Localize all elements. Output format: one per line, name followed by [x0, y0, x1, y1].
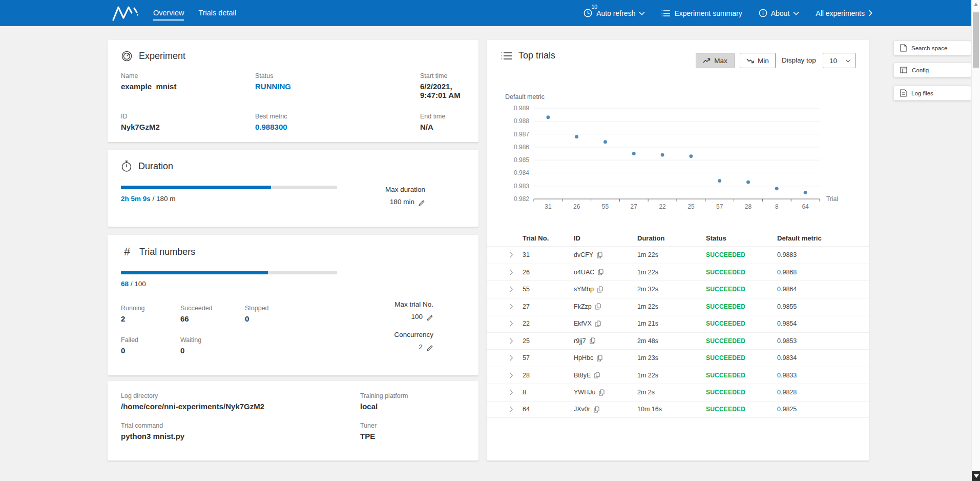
cell-status: SUCCEEDED — [706, 251, 777, 258]
cell-default-metric: 0.9853 — [777, 337, 869, 345]
cell-trial-no: 8 — [523, 389, 574, 396]
trending-down-icon — [746, 58, 754, 64]
copy-id-icon[interactable] — [597, 252, 602, 258]
expand-row-chevron[interactable] — [509, 320, 523, 327]
column-header[interactable]: Trial No. — [523, 234, 574, 242]
top-nav: Overview Trials detail 10 Auto refresh — [0, 0, 980, 26]
cell-duration: 10m 16s — [637, 406, 706, 413]
column-header[interactable]: Status — [706, 234, 777, 242]
default-metric-chart[interactable]: Default metric0.9890.9880.9870.9860.9850… — [487, 89, 869, 227]
cell-status: SUCCEEDED — [706, 269, 777, 276]
expand-row-chevron[interactable] — [509, 389, 523, 395]
all-experiments-link[interactable]: All experiments — [816, 9, 872, 17]
copy-id-icon[interactable] — [595, 303, 601, 310]
cell-trial-no: 57 — [523, 354, 574, 362]
max-button[interactable]: Max — [696, 53, 735, 68]
cell-trial-no: 22 — [523, 320, 574, 327]
expand-row-chevron[interactable] — [509, 355, 523, 361]
trials-progress-fill — [121, 271, 268, 274]
copy-id-icon[interactable] — [594, 372, 600, 378]
expand-row-chevron[interactable] — [509, 372, 523, 378]
scatter-point[interactable] — [603, 140, 607, 144]
experiment-card: Experiment Nameexample_mnist StatusRUNNI… — [108, 40, 478, 142]
scrollbar-thumb[interactable] — [973, 12, 979, 68]
cell-id: dvCFY — [574, 251, 637, 258]
copy-id-icon[interactable] — [597, 286, 603, 293]
cell-default-metric: 0.9825 — [777, 406, 869, 413]
scatter-point[interactable] — [775, 187, 779, 190]
search-space-button[interactable]: Search space — [893, 41, 971, 55]
expand-row-chevron[interactable] — [509, 338, 523, 344]
trial-stats: Running2 Succeeded66 Stopped0 Failed0 Wa… — [121, 305, 322, 355]
about-menu[interactable]: About — [759, 9, 800, 17]
scatter-point[interactable] — [718, 179, 721, 183]
scatter-point[interactable] — [632, 152, 636, 155]
svg-text:57: 57 — [716, 203, 723, 210]
experiment-summary-button[interactable]: Experiment summary — [661, 9, 742, 17]
table-row: 25r9jj72m 48sSUCCEEDED0.9853 — [487, 332, 869, 350]
nni-logo — [111, 4, 140, 23]
column-header[interactable]: ID — [574, 234, 637, 242]
concurrency-label: Concurrency — [394, 331, 433, 338]
svg-text:22: 22 — [659, 203, 666, 210]
about-label: About — [771, 9, 790, 17]
scatter-point[interactable] — [746, 181, 750, 184]
config-icon — [900, 67, 907, 73]
auto-refresh-menu[interactable]: 10 Auto refresh — [583, 8, 645, 18]
max-trial-no-value: 100 — [411, 313, 423, 320]
chart-ylabel: Default metric — [505, 93, 545, 101]
tab-overview[interactable]: Overview — [153, 7, 184, 19]
scatter-point[interactable] — [575, 135, 578, 138]
scrollbar-down-arrow[interactable] — [972, 471, 980, 481]
list-icon — [661, 10, 671, 17]
svg-text:0.989: 0.989 — [514, 105, 529, 112]
expand-row-chevron[interactable] — [509, 286, 523, 292]
experiment-info-card: Log directory/home/core/nni-experiments/… — [108, 381, 478, 460]
copy-id-icon[interactable] — [594, 406, 599, 413]
cell-id: JXv0r — [574, 406, 637, 413]
table-row: 26o4UAC1m 22sSUCCEEDED0.9868 — [487, 264, 869, 281]
trials-progress: 68 / 100 — [121, 271, 337, 288]
copy-id-icon[interactable] — [595, 320, 601, 327]
scatter-point[interactable] — [661, 153, 664, 157]
expand-row-chevron[interactable] — [509, 269, 523, 275]
scatter-point[interactable] — [804, 191, 807, 194]
copy-id-icon[interactable] — [599, 389, 604, 396]
cell-default-metric: 0.9854 — [777, 320, 869, 327]
field-id: IDNyk7GzM2 — [121, 113, 255, 131]
edit-max-trial-no-icon[interactable] — [426, 313, 433, 320]
tab-trials-detail[interactable]: Trials detail — [198, 7, 236, 19]
min-button[interactable]: Min — [740, 53, 776, 68]
column-header[interactable]: Duration — [637, 234, 706, 242]
edit-concurrency-icon[interactable] — [426, 344, 433, 351]
copy-id-icon[interactable] — [590, 337, 595, 344]
cell-status: SUCCEEDED — [706, 320, 777, 327]
scrollbar-up-arrow[interactable] — [974, 3, 978, 6]
search-space-icon — [900, 44, 907, 52]
cell-trial-no: 27 — [523, 303, 574, 310]
scatter-point[interactable] — [547, 115, 550, 119]
display-top-dropdown[interactable]: 10 — [823, 53, 856, 68]
field-status: StatusRUNNING — [255, 72, 420, 99]
expand-row-chevron[interactable] — [509, 304, 523, 310]
expand-row-chevron[interactable] — [509, 252, 523, 258]
field-best-metric: Best metric0.988300 — [255, 113, 420, 131]
copy-id-icon[interactable] — [597, 355, 602, 362]
config-button[interactable]: Config — [893, 63, 971, 77]
edit-max-duration-icon[interactable] — [418, 198, 425, 206]
max-duration-block: Max duration 180 min — [385, 186, 425, 206]
cell-id: sYMbp — [574, 286, 637, 293]
column-header[interactable]: Default metric — [777, 234, 869, 242]
cell-duration: 1m 22s — [637, 303, 706, 310]
cell-duration: 2m 48s — [637, 337, 706, 345]
log-files-button[interactable]: Log files — [893, 86, 971, 101]
cell-duration: 2m 32s — [637, 286, 706, 293]
table-row: 57HpHbc1m 23sSUCCEEDED0.9834 — [487, 349, 869, 367]
expand-row-chevron[interactable] — [509, 406, 523, 412]
svg-text:31: 31 — [545, 203, 552, 210]
scatter-point[interactable] — [690, 154, 693, 158]
chevron-right-icon — [868, 10, 872, 16]
page-scrollbar[interactable] — [971, 0, 980, 481]
duration-card: Duration 2h 5m 9s / 180 m Max duration 1… — [108, 150, 478, 227]
copy-id-icon[interactable] — [598, 269, 603, 275]
